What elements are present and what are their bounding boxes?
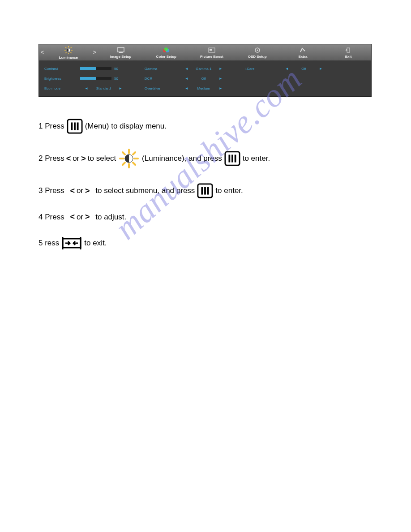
svg-rect-15 — [210, 49, 212, 51]
setting-label: Eco mode — [44, 86, 80, 90]
tab-arrow-left-icon: < — [39, 49, 46, 56]
less-than-icon: < — [66, 154, 71, 163]
text: (Menu) to display menu. — [85, 122, 167, 131]
image-setup-icon — [117, 47, 124, 54]
step-5: 5 ress to exit. — [39, 235, 372, 251]
instructions: 1 Press (Menu) to display menu. 2 Press … — [39, 118, 372, 251]
osd-tabs: < — [39, 44, 371, 60]
menu-button-icon — [197, 183, 214, 199]
svg-rect-33 — [228, 154, 230, 162]
arrow-left-icon: ◄ — [180, 77, 193, 81]
svg-line-29 — [123, 163, 125, 165]
svg-line-5 — [65, 47, 66, 48]
tab-label: Extra — [298, 55, 307, 59]
luminance-icon — [64, 46, 73, 55]
picture-boost-icon — [208, 47, 215, 54]
text: to select — [88, 154, 116, 163]
gamma-row[interactable]: Gamma ◄ Gamma 1 ► — [145, 65, 227, 72]
text: or — [77, 186, 83, 195]
setting-value: Standard — [93, 86, 114, 90]
overdrive-row[interactable]: Overdrive ◄ Medium ► — [145, 85, 227, 92]
arrow-left-icon: ◄ — [180, 67, 193, 71]
text: (Luminance), and press — [142, 154, 222, 163]
color-setup-icon — [163, 47, 170, 54]
svg-rect-37 — [201, 187, 203, 194]
setting-label: Contrast — [44, 67, 80, 71]
tab-picture-boost[interactable]: Picture Boost — [189, 46, 235, 59]
arrow-left-icon: ◄ — [180, 86, 193, 90]
slider-fill — [80, 77, 96, 80]
less-than-icon: < — [70, 186, 75, 196]
svg-line-27 — [123, 152, 125, 154]
osd-setup-icon — [254, 47, 261, 54]
setting-value: Gamma 1 — [193, 67, 214, 71]
svg-point-17 — [257, 50, 258, 51]
luminance-icon — [118, 148, 140, 169]
arrow-right-icon: ► — [315, 67, 327, 71]
dcr-row[interactable]: DCR ◄ Off ► — [145, 75, 227, 82]
text: or — [77, 213, 83, 222]
exit-icon — [345, 47, 352, 54]
tab-exit[interactable]: Exit — [325, 46, 371, 59]
setting-label: Brightness — [44, 77, 80, 81]
svg-rect-35 — [234, 154, 236, 162]
svg-rect-38 — [204, 187, 206, 194]
tab-osd-setup[interactable]: OSD Setup — [235, 46, 280, 59]
svg-point-13 — [164, 47, 168, 51]
setting-label: Overdrive — [145, 86, 180, 90]
text: 2 Press — [39, 154, 64, 163]
svg-line-8 — [70, 47, 71, 48]
greater-than-icon: > — [81, 154, 86, 163]
extra-icon — [299, 47, 306, 54]
tab-label: Luminance — [59, 56, 78, 60]
slider-track — [80, 67, 111, 70]
tab-label: Picture Boost — [200, 55, 223, 59]
eco-mode-row[interactable]: Eco mode ◄ Standard ► — [44, 85, 127, 92]
brightness-row[interactable]: Brightness 50 — [44, 75, 127, 82]
less-than-icon: < — [70, 212, 75, 222]
contrast-row[interactable]: Contrast 50 — [44, 65, 127, 72]
arrow-right-icon: ► — [214, 77, 227, 81]
tab-label: Exit — [345, 55, 352, 59]
menu-button-icon — [224, 150, 241, 167]
icare-row[interactable]: i-Care ◄ Off ► — [245, 65, 327, 72]
svg-line-7 — [65, 52, 66, 53]
greater-than-icon: > — [85, 186, 90, 196]
setting-label: Gamma — [145, 67, 180, 71]
arrow-right-icon: ► — [114, 86, 127, 90]
arrow-left-icon: ◄ — [281, 67, 293, 71]
setting-label: DCR — [145, 77, 180, 81]
setting-label: i-Care — [245, 67, 281, 71]
arrow-left-icon: ◄ — [80, 86, 93, 90]
slider-fill — [80, 67, 96, 70]
text: or — [73, 154, 79, 163]
text: to exit. — [84, 239, 107, 248]
text: 5 ress — [39, 239, 59, 248]
text: 3 Press — [39, 186, 64, 195]
text: 1 Press — [39, 122, 64, 131]
svg-rect-39 — [207, 187, 209, 194]
svg-rect-34 — [231, 154, 233, 162]
text: to enter. — [243, 154, 270, 163]
tab-color-setup[interactable]: Color Setup — [143, 46, 189, 59]
step-4: 4 Press < or > to adjust. — [39, 212, 372, 222]
setting-value: 50 — [114, 77, 125, 81]
tab-image-setup[interactable]: Image Setup — [98, 46, 144, 59]
arrow-right-icon: ► — [214, 86, 227, 90]
svg-rect-22 — [77, 122, 78, 130]
svg-line-6 — [70, 52, 71, 53]
tab-label: Image Setup — [110, 55, 132, 59]
osd-panel: < — [39, 44, 372, 97]
text: 4 Press — [39, 213, 64, 222]
svg-line-30 — [133, 152, 135, 154]
svg-rect-21 — [74, 122, 76, 130]
text: to select submenu, and press — [95, 186, 195, 195]
step-1: 1 Press (Menu) to display menu. — [39, 118, 372, 134]
tab-arrow-right-icon: > — [91, 49, 98, 56]
tab-luminance[interactable]: Luminance — [46, 45, 91, 60]
tab-extra[interactable]: Extra — [280, 46, 326, 59]
setting-value: 50 — [114, 67, 125, 71]
step-2: 2 Press < or > to select — [39, 148, 372, 169]
setting-value: Medium — [193, 86, 214, 90]
setting-value: Off — [293, 67, 315, 71]
